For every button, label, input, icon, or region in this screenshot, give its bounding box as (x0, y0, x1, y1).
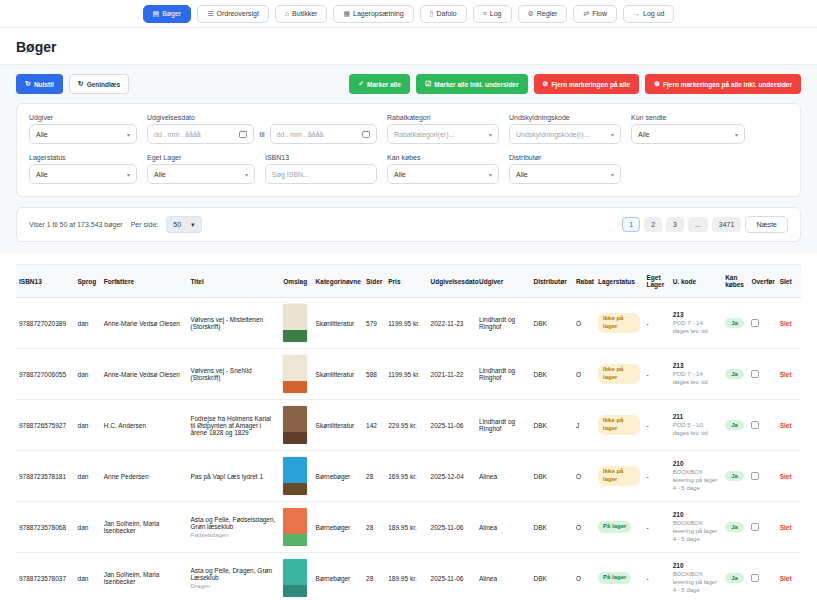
cell-omslag (280, 451, 312, 502)
nav-tab-butikker[interactable]: ⌂ Butikker (275, 5, 328, 23)
nav-tab-dafolo[interactable]: ▯ Dafolo (420, 5, 467, 23)
cell-ukode: 213 POD 7 - 14 dages lev. tid (670, 349, 722, 400)
slet-link[interactable]: Slet (780, 473, 792, 480)
nav-tab-b-ger[interactable]: ▤ Bøger (143, 5, 192, 23)
chevron-down-icon: ▾ (735, 131, 738, 138)
per-side-select[interactable]: 50▾ (166, 216, 201, 233)
column-header: Udgiver (476, 265, 530, 298)
cell-lagerstatus: På lager (595, 553, 643, 600)
cell-kan-kobes: Ja (722, 400, 748, 451)
slet-link[interactable]: Slet (780, 371, 792, 378)
cell-eget-lager: - (643, 451, 669, 502)
cell-udgiver: Lindhardt og Ringhof (476, 400, 530, 451)
undskyldningskode-select[interactable]: Undskyldningskode(r)...▾ (509, 124, 621, 144)
nav-tab-log[interactable]: ≡ Log (473, 5, 512, 23)
cell-titel: Vølvens vej - Misteltenen (Storskrift) (188, 298, 281, 349)
top-navigation: ▤ Bøger ☰ Ordreoversigt ⌂ Butikker ▦ Lag… (0, 0, 817, 28)
cell-ukode: 213 POD 7 - 14 dages lev. tid (670, 298, 722, 349)
marker-alle-inkl-button[interactable]: ☑ Marker alle inkl. undersider (416, 74, 527, 94)
nulstil-button[interactable]: ↻ Nulstil (16, 74, 63, 94)
overfor-checkbox[interactable] (751, 472, 759, 480)
shop-icon: ⌂ (285, 10, 289, 17)
column-header: Pris (385, 265, 427, 298)
cell-udgiver: Alinea (476, 553, 530, 600)
filter-eget-lager: Eget Lager Alle▾ (147, 154, 255, 184)
cell-kategori: Børnebøger (313, 553, 363, 600)
column-header: ISBN13 (16, 265, 75, 298)
isbn-search-input[interactable]: Søg ISBN... (265, 164, 377, 184)
nav-tab-flow[interactable]: ⇄ Flow (573, 5, 617, 23)
cell-titel: Pas på Vap! Læs lydret 1 (188, 451, 281, 502)
lagerstatus-badge: Ikke på lager (598, 415, 640, 435)
cell-kan-kobes: Ja (722, 553, 748, 600)
cell-lagerstatus: Ikke på lager (595, 400, 643, 451)
cell-udgiver: Lindhardt og Ringhof (476, 298, 530, 349)
reload-icon: ↻ (78, 80, 84, 88)
cell-distributor: DBK (531, 502, 573, 553)
cell-forfattere: Anne-Marie Vedsø Olesen (101, 349, 188, 400)
warehouse-icon: ▦ (343, 10, 350, 18)
date-to-input[interactable]: dd . mm . åååå (270, 124, 377, 144)
nav-tab-regler[interactable]: ⚙ Regler (518, 5, 568, 23)
udgiver-select[interactable]: Alle▾ (29, 124, 137, 144)
table-row: 9788723578181 dan Anne Pedersen Pas på V… (16, 451, 801, 502)
calendar-icon (239, 130, 247, 138)
page-button[interactable]: 3 (666, 217, 684, 232)
next-page-button[interactable]: Næste (745, 216, 788, 233)
nav-tab-lagerops-tning[interactable]: ▦ Lageropsætning (333, 5, 413, 23)
table-header-row: ISBN13SprogForfattereTitelOmslagKategori… (16, 265, 801, 298)
slet-link[interactable]: Slet (780, 422, 792, 429)
cell-eget-lager: - (643, 349, 669, 400)
nav-tab-log-ud[interactable]: → Log ud (623, 5, 674, 23)
kun-sendte-select[interactable]: Alle▾ (631, 124, 745, 144)
column-header: Overfør (748, 265, 776, 298)
slet-link[interactable]: Slet (780, 575, 792, 582)
column-header: Kategorinavne (313, 265, 363, 298)
page-button[interactable]: 2 (644, 217, 662, 232)
rabatkategori-select[interactable]: Rabatkategori(er)...▾ (387, 124, 499, 144)
date-from-input[interactable]: dd . mm . åååå (147, 124, 254, 144)
cell-udgivelsesdato: 2025-11-06 (428, 400, 476, 451)
kan-kobes-badge: Ja (725, 420, 744, 430)
fjern-markering-button[interactable]: ⊘ Fjern markeringen på alle (534, 74, 640, 94)
overfor-checkbox[interactable] (751, 574, 759, 582)
cell-rabat: O (573, 502, 595, 553)
filter-isbn13: ISBN13 Søg ISBN... (265, 154, 377, 184)
slet-link[interactable]: Slet (780, 524, 792, 531)
marker-alle-button[interactable]: ✓ Marker alle (349, 74, 410, 94)
cell-sprog: dan (75, 349, 101, 400)
lagerstatus-badge: Ikke på lager (598, 466, 640, 486)
overfor-checkbox[interactable] (751, 370, 759, 378)
logout-icon: → (633, 10, 640, 17)
cell-kategori: Børnebøger (313, 502, 363, 553)
eget-lager-select[interactable]: Alle▾ (147, 164, 255, 184)
cell-pris: 1199.95 kr. (385, 349, 427, 400)
cell-isbn: 9788723578037 (16, 553, 75, 600)
book-cover (283, 457, 307, 495)
overfor-checkbox[interactable] (751, 319, 759, 327)
check-all-icon: ☑ (425, 80, 431, 88)
fjern-markering-inkl-button[interactable]: ⊗ Fjern markeringen på alle inkl. unders… (645, 74, 801, 94)
cell-kan-kobes: Ja (722, 502, 748, 553)
cell-kan-kobes: Ja (722, 349, 748, 400)
cell-pris: 1199.95 kr. (385, 298, 427, 349)
cell-kategori: Skønlitteratur (313, 400, 363, 451)
page-button: ... (688, 217, 708, 232)
column-header: Forfattere (101, 265, 188, 298)
controls-section: ↻ Nulstil ↻ Genindlæs ✓ Marker alle ☑ Ma… (0, 64, 817, 254)
cell-pris: 169.95 kr. (385, 451, 427, 502)
lagerstatus-select[interactable]: Alle▾ (29, 164, 137, 184)
distributor-select[interactable]: Alle▾ (509, 164, 621, 184)
cell-omslag (280, 553, 312, 600)
overfor-checkbox[interactable] (751, 421, 759, 429)
page-button[interactable]: 3471 (712, 217, 742, 232)
slet-link[interactable]: Slet (780, 320, 792, 327)
cell-udgiver: Alinea (476, 502, 530, 553)
kan-kobes-select[interactable]: Alle▾ (387, 164, 499, 184)
filter-udgiver: Udgiver Alle▾ (29, 114, 137, 144)
genindlaes-button[interactable]: ↻ Genindlæs (69, 74, 129, 94)
nav-tab-ordreoversigt[interactable]: ☰ Ordreoversigt (197, 5, 269, 23)
overfor-checkbox[interactable] (751, 523, 759, 531)
cell-eget-lager: - (643, 298, 669, 349)
page-button[interactable]: 1 (622, 217, 640, 232)
